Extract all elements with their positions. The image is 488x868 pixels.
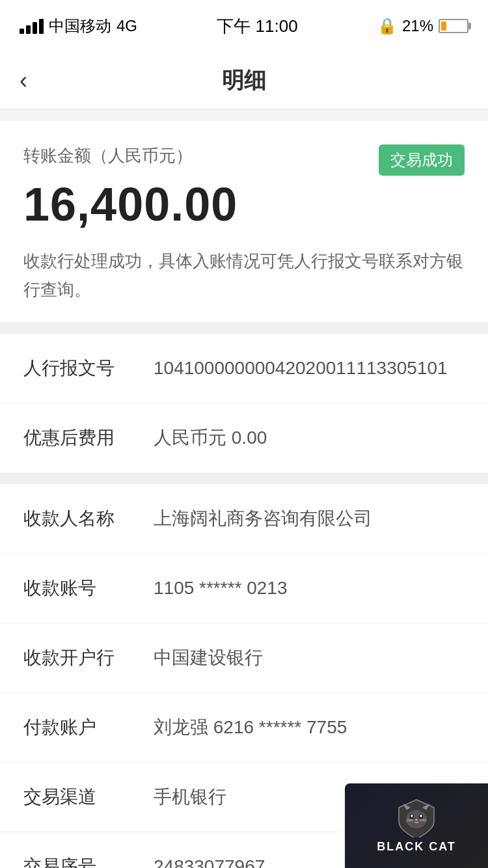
detail-label-1: 优惠后费用 <box>23 426 154 450</box>
amount-note: 收款行处理成功，具体入账情况可凭人行报文号联系对方银行查询。 <box>23 247 465 304</box>
detail-value-0: 10410000000042020011113305101 <box>154 358 465 379</box>
nav-bar: ‹ 明细 <box>0 52 488 109</box>
back-button[interactable]: ‹ <box>20 67 27 94</box>
recipient-name-label: 收款人名称 <box>23 506 154 531</box>
svg-point-5 <box>411 815 413 817</box>
table-row: 人行报文号 10410000000042020011113305101 <box>0 334 488 403</box>
channel-label: 交易渠道 <box>23 785 154 809</box>
svg-point-6 <box>420 815 422 817</box>
detail-label-0: 人行报文号 <box>23 356 154 381</box>
table-row: 付款账户 刘龙强 6216 ****** 7755 <box>0 693 488 763</box>
amount-value: 16,400.00 <box>23 178 465 231</box>
carrier-label: 中国移动 <box>49 16 111 36</box>
battery-icon <box>439 19 468 33</box>
status-bar: 中国移动 4G 下午 11:00 🔒 21% <box>0 0 488 52</box>
status-right: 🔒 21% <box>377 17 468 35</box>
network-label: 4G <box>116 17 137 35</box>
recipient-bank-value: 中国建设银行 <box>154 645 465 670</box>
amount-detail: 转账金额（人民币元） 交易成功 16,400.00 收款行处理成功，具体入账情况… <box>0 121 488 322</box>
table-row: 收款账号 1105 ****** 0213 <box>0 554 488 623</box>
table-row: 优惠后费用 人民币元 0.00 <box>0 403 488 472</box>
page-title: 明细 <box>222 66 266 96</box>
recipient-account-value: 1105 ****** 0213 <box>154 578 465 599</box>
svg-point-7 <box>415 819 418 821</box>
time-label: 下午 11:00 <box>217 15 297 38</box>
recipient-name-value: 上海阔礼商务咨询有限公司 <box>154 506 465 531</box>
table-row: 收款开户行 中国建设银行 <box>0 623 488 693</box>
lock-icon: 🔒 <box>377 17 397 35</box>
battery-percent: 21% <box>402 17 433 35</box>
recipient-bank-label: 收款开户行 <box>23 645 154 670</box>
table-row: 收款人名称 上海阔礼商务咨询有限公司 <box>0 484 488 554</box>
transaction-status-badge: 交易成功 <box>379 144 465 176</box>
detail-value-1: 人民币元 0.00 <box>154 426 465 450</box>
status-left: 中国移动 4G <box>20 16 137 36</box>
blackcat-icon <box>394 798 439 837</box>
section-divider-1 <box>0 322 488 334</box>
blackcat-text-label: BLACK CAT <box>377 840 456 854</box>
recipient-account-label: 收款账号 <box>23 576 154 601</box>
section-divider-2 <box>0 472 488 484</box>
payer-account-label: 付款账户 <box>23 715 154 740</box>
blackcat-watermark: BLACK CAT <box>345 783 488 868</box>
amount-section: 转账金额（人民币元） 交易成功 16,400.00 收款行处理成功，具体入账情况… <box>0 121 488 322</box>
detail-section-1: 人行报文号 10410000000042020011113305101 优惠后费… <box>0 334 488 472</box>
signal-icon <box>20 19 44 34</box>
battery-fill <box>441 21 446 31</box>
payer-account-value: 刘龙强 6216 ****** 7755 <box>154 715 465 740</box>
transaction-id-label: 交易序号 <box>23 854 154 868</box>
